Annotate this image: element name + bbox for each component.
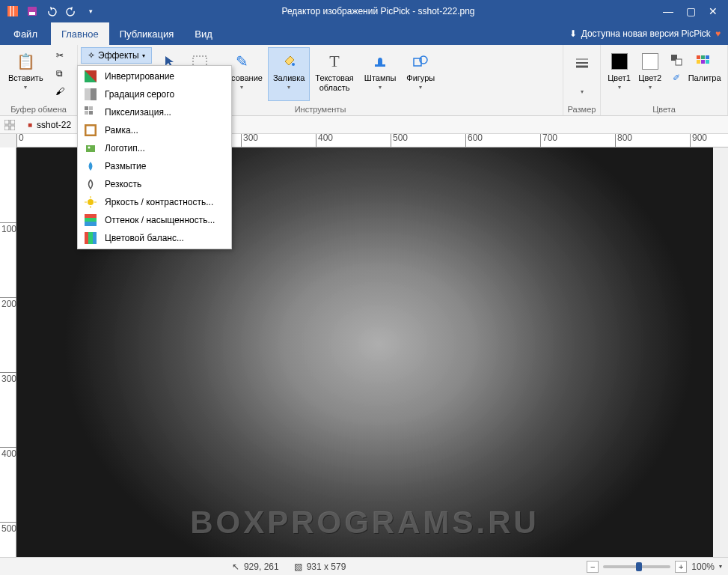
effects-item-balance[interactable]: Цветовой баланс... — [79, 229, 230, 247]
bright-icon — [84, 195, 97, 209]
svg-rect-25 — [89, 106, 93, 110]
fill-button[interactable]: Заливка ▾ — [268, 47, 310, 101]
hue-icon — [84, 213, 97, 227]
format-painter-icon[interactable]: 🖌 — [52, 83, 68, 100]
effects-item-bright[interactable]: Яркость / контрастность... — [79, 193, 230, 211]
bucket-icon — [281, 51, 296, 72]
zoom-dropdown-icon[interactable]: ▾ — [719, 563, 722, 570]
titlebar: ▾ Редактор изображений PicPick - sshot-2… — [0, 0, 728, 22]
svg-rect-40 — [88, 232, 93, 244]
svg-rect-28 — [85, 125, 96, 136]
gray-icon — [84, 88, 97, 101]
maximize-button[interactable]: ▢ — [680, 2, 701, 20]
color1-button[interactable]: Цвет1 ▾ — [604, 47, 634, 101]
update-notice[interactable]: ⬇ Доступна новая версия PicPick ♥ — [562, 22, 728, 45]
statusbar: ↖ 929, 261 ▧ 931 x 579 − + 100% ▾ — [0, 557, 728, 575]
size-group-label: Размер — [566, 103, 597, 115]
swap-colors-icon[interactable] — [668, 52, 685, 68]
frame-icon — [84, 124, 97, 137]
svg-rect-15 — [697, 55, 700, 59]
svg-point-6 — [292, 63, 295, 66]
zoom-value: 100% — [691, 562, 715, 572]
redo-icon[interactable] — [63, 3, 79, 19]
paste-button[interactable]: 📋 Вставить ▾ — [3, 47, 49, 101]
svg-rect-14 — [676, 59, 682, 65]
watermark: BOXPROGRAMS.RU — [190, 505, 539, 541]
svg-rect-38 — [85, 222, 97, 226]
qa-customize-icon[interactable]: ▾ — [82, 3, 99, 19]
effects-item-hue[interactable]: Оттенок / насыщенность... — [79, 211, 230, 229]
svg-rect-4 — [29, 12, 35, 15]
tab-home[interactable]: Главное — [51, 22, 109, 45]
text-icon: T — [329, 51, 339, 72]
app-icon[interactable] — [4, 3, 21, 19]
cut-icon[interactable]: ✂ — [52, 47, 68, 64]
eyedropper-icon[interactable]: ✐ — [668, 70, 685, 86]
zoom-in-button[interactable]: + — [675, 561, 687, 573]
svg-rect-42 — [4, 120, 9, 124]
effects-item-logo[interactable]: Логотип... — [79, 139, 230, 157]
balance-icon — [84, 231, 97, 245]
palette-button[interactable]: Палитра — [685, 47, 724, 101]
undo-icon[interactable] — [43, 3, 60, 19]
heart-icon: ♥ — [715, 28, 721, 39]
svg-rect-44 — [4, 126, 9, 130]
copy-icon[interactable]: ⧉ — [52, 65, 68, 82]
svg-rect-37 — [85, 218, 97, 222]
stamps-button[interactable]: Штампы ▾ — [359, 47, 402, 101]
pencil-icon: ✎ — [236, 51, 248, 72]
svg-rect-1 — [10, 6, 11, 16]
shapes-button[interactable]: Фигуры ▾ — [401, 47, 440, 101]
svg-rect-7 — [375, 64, 385, 67]
clipboard-icon: 📋 — [16, 51, 35, 72]
dimensions-icon: ▧ — [294, 562, 302, 572]
tile-windows-icon[interactable] — [3, 118, 16, 132]
effects-item-gray[interactable]: Градация серого — [79, 85, 230, 103]
tab-view[interactable]: Вид — [184, 22, 223, 45]
effects-item-pixel[interactable]: Пикселизация... — [79, 103, 230, 121]
svg-rect-45 — [10, 126, 15, 130]
svg-rect-29 — [86, 145, 95, 152]
svg-rect-26 — [85, 111, 88, 115]
svg-rect-20 — [706, 60, 709, 64]
effects-item-invert[interactable]: Инвертирование — [79, 67, 230, 85]
zoom-slider[interactable] — [603, 565, 670, 568]
cursor-icon: ↖ — [232, 562, 239, 572]
tab-publish[interactable]: Публикация — [109, 22, 185, 45]
pixel-icon — [84, 106, 97, 119]
textarea-button[interactable]: T Текстовая область — [310, 47, 358, 101]
close-button[interactable]: ✕ — [703, 2, 724, 20]
zoom-control: − + 100% ▾ — [587, 561, 722, 573]
size-button[interactable]: ▾ — [569, 49, 596, 103]
tab-file[interactable]: Файл — [0, 22, 51, 45]
effects-item-frame[interactable]: Рамка... — [79, 121, 230, 139]
save-icon[interactable] — [24, 3, 40, 19]
download-icon: ⬇ — [569, 28, 577, 39]
svg-rect-17 — [706, 55, 709, 59]
ruler-vertical: 100200300400500 — [0, 147, 16, 557]
colors-group-label: Цвета — [604, 103, 724, 115]
cursor-position: ↖ 929, 261 — [232, 562, 279, 572]
svg-rect-39 — [85, 232, 88, 244]
color2-swatch — [642, 53, 658, 70]
svg-rect-23 — [85, 88, 91, 100]
svg-rect-2 — [13, 6, 14, 16]
effects-item-sharp[interactable]: Резкость — [79, 175, 230, 193]
svg-rect-36 — [85, 214, 97, 218]
svg-rect-41 — [93, 232, 97, 244]
clipboard-group-label: Буфер обмена — [3, 103, 74, 115]
svg-rect-43 — [10, 120, 15, 124]
svg-rect-27 — [89, 111, 93, 115]
effects-item-blur[interactable]: Размытие — [79, 157, 230, 175]
svg-point-30 — [88, 147, 91, 149]
menubar: Файл Главное Публикация Вид ⬇ Доступна н… — [0, 22, 728, 45]
unsaved-indicator: ■ — [28, 121, 32, 129]
minimize-button[interactable]: — — [658, 2, 679, 20]
zoom-out-button[interactable]: − — [587, 561, 599, 573]
color1-swatch — [611, 53, 628, 70]
blur-icon — [84, 159, 97, 173]
svg-rect-24 — [85, 106, 88, 110]
color2-button[interactable]: Цвет2 ▾ — [634, 47, 665, 101]
effects-button[interactable]: ✧ Эффекты ▾ — [81, 47, 152, 64]
file-tab[interactable]: ■ sshot-22 — [21, 117, 78, 133]
